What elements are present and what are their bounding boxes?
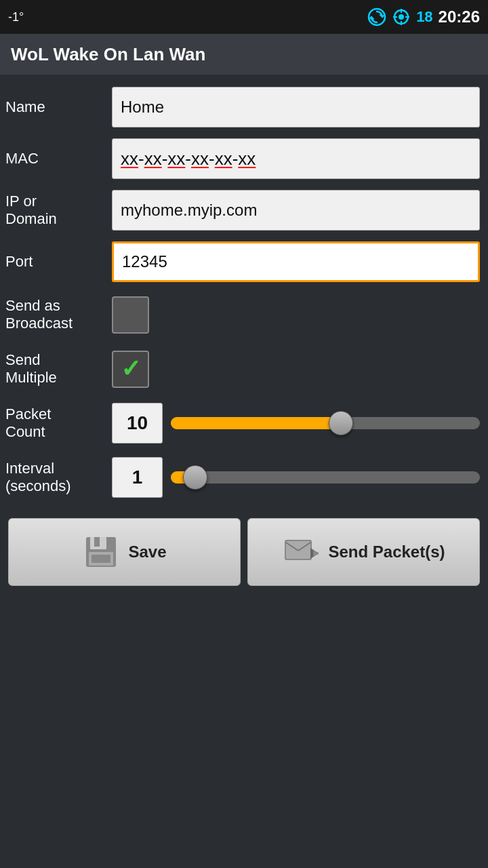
packet-count-row: Packet Count 10 (0, 396, 488, 450)
interval-row: Interval (seconds) 1 (0, 450, 488, 505)
name-label: Name (0, 98, 112, 116)
temperature-display: -1° (8, 10, 24, 24)
packet-count-fill (171, 417, 341, 429)
title-bar: WoL Wake On Lan Wan (0, 34, 488, 75)
packet-count-label: Packet Count (0, 406, 112, 441)
interval-label: Interval (seconds) (0, 460, 112, 496)
name-row: Name (0, 81, 488, 133)
broadcast-checkbox[interactable] (112, 296, 149, 334)
send-icon (282, 533, 320, 571)
broadcast-label: Send as Broadcast (0, 297, 112, 333)
ip-label: IP or Domain (0, 193, 112, 229)
port-input-col (112, 241, 488, 282)
app-title: WoL Wake On Lan Wan (11, 44, 205, 65)
save-icon (82, 533, 120, 571)
battery-level: 18 (416, 8, 432, 26)
mac-input-col: xx-xx-xx-xx-xx-xx (112, 138, 488, 179)
save-button[interactable]: Save (8, 518, 241, 586)
interval-thumb[interactable] (183, 465, 207, 490)
clock-display: 20:26 (439, 7, 480, 26)
svg-rect-9 (94, 537, 100, 547)
ip-row: IP or Domain (0, 184, 488, 236)
packet-count-slider-container (163, 417, 488, 429)
mac-label: MAC (0, 150, 112, 167)
packet-count-track[interactable] (171, 417, 480, 429)
svg-point-2 (399, 14, 404, 20)
sync-icon (367, 7, 386, 26)
send-label: Send Packet(s) (328, 542, 445, 561)
svg-marker-17 (313, 551, 319, 556)
packet-count-value: 10 (112, 403, 163, 443)
status-bar: -1° 18 20:26 (0, 0, 488, 34)
svg-rect-11 (92, 555, 110, 563)
mac-display[interactable]: xx-xx-xx-xx-xx-xx (112, 138, 480, 179)
target-icon (392, 7, 411, 26)
save-label: Save (128, 542, 166, 561)
send-multiple-label: Send Multiple (0, 351, 112, 387)
packet-count-thumb[interactable] (329, 411, 353, 435)
port-row: Port (0, 236, 488, 288)
name-input-col (112, 87, 488, 127)
send-multiple-row: Send Multiple ✓ (0, 342, 488, 396)
port-label: Port (0, 253, 112, 271)
interval-track[interactable] (171, 471, 480, 484)
main-content: Name MAC xx-xx-xx-xx-xx-xx IP or Domain … (0, 75, 488, 599)
mac-row: MAC xx-xx-xx-xx-xx-xx (0, 133, 488, 184)
send-packet-button[interactable]: Send Packet(s) (247, 518, 480, 586)
checkmark-icon: ✓ (121, 357, 141, 381)
ip-input-col (112, 190, 488, 231)
send-multiple-checkbox[interactable]: ✓ (112, 351, 149, 388)
interval-value: 1 (112, 457, 163, 498)
port-input[interactable] (112, 241, 480, 282)
mac-value: xx-xx-xx-xx-xx-xx (121, 149, 256, 170)
interval-slider-container (163, 471, 488, 484)
buttons-row: Save Send Packet(s) (0, 505, 488, 593)
broadcast-row: Send as Broadcast (0, 288, 488, 342)
status-icons: 18 20:26 (367, 7, 480, 26)
name-input[interactable] (112, 87, 480, 127)
ip-input[interactable] (112, 190, 480, 231)
